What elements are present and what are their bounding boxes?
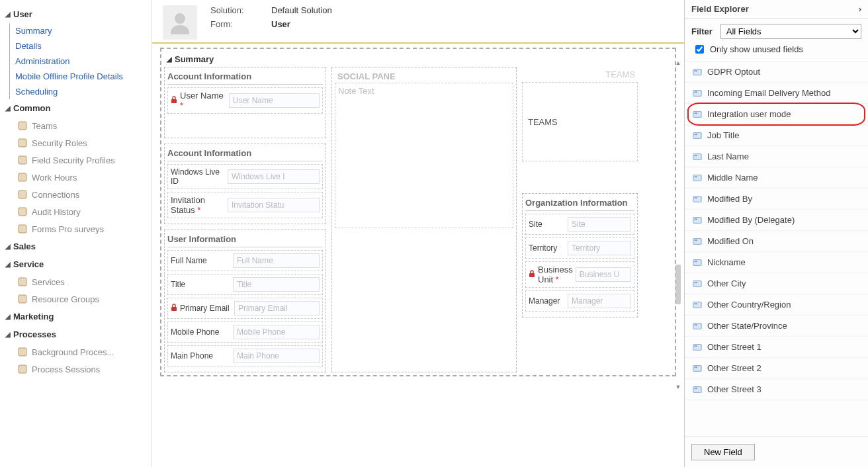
field-item-job-title[interactable]: Job Title	[685, 125, 868, 146]
nav-item-security-roles[interactable]: Security Roles	[0, 134, 152, 151]
primary-email-field[interactable]: Primary Email Primary Email	[167, 298, 323, 319]
title-input[interactable]: Title	[233, 277, 320, 292]
scroll-thumb[interactable]	[675, 265, 681, 304]
site-field[interactable]: Site Site	[525, 214, 634, 235]
unused-checkbox[interactable]	[695, 45, 704, 54]
full-name-label: Full Name	[171, 256, 230, 265]
nav-item-resource-groups[interactable]: Resource Groups	[0, 290, 152, 308]
field-explorer-title: Field Explorer	[691, 4, 749, 14]
entity-nav-mobile-offline-profile-details[interactable]: Mobile Offline Profile Details	[10, 69, 152, 84]
field-item-modified-by-delegate-[interactable]: Modified By (Delegate)	[685, 210, 868, 231]
collapse-icon[interactable]: ◢	[5, 243, 11, 250]
user-info-block[interactable]: User Information Full Name Full Name Tit…	[164, 230, 326, 372]
entity-nav-details[interactable]: Details	[10, 38, 152, 54]
new-field-button[interactable]: New Field	[691, 444, 755, 460]
field-item-nickname[interactable]: Nickname	[685, 252, 868, 273]
field-list[interactable]: GDPR OptoutIncoming Email Delivery Metho…	[685, 61, 868, 437]
scroll-down-icon[interactable]: ▼	[675, 384, 681, 390]
field-item-other-state-province[interactable]: Other State/Province	[685, 316, 868, 337]
user-name-input[interactable]: User Name	[229, 93, 320, 108]
nav-item-teams[interactable]: Teams	[0, 117, 152, 134]
entity-nav-scheduling[interactable]: Scheduling	[10, 84, 152, 99]
nav-section-service[interactable]: ◢Service	[0, 255, 152, 273]
teams-box[interactable]: TEAMS	[522, 82, 638, 161]
scrollbar[interactable]: ▲ ▼	[675, 60, 681, 390]
chevron-right-icon[interactable]: ›	[859, 4, 861, 14]
field-icon	[693, 67, 702, 77]
collapse-icon[interactable]: ◢	[5, 105, 11, 112]
field-item-integration-user-mode[interactable]: Integration user mode	[685, 104, 868, 125]
nav-item-services[interactable]: Services	[0, 273, 152, 290]
windows-live-input[interactable]: Windows Live I	[228, 169, 320, 184]
invitation-field[interactable]: Invitation Status * Invitation Statu	[167, 192, 323, 218]
teams-column[interactable]: TEAMS TEAMS Organization Information Sit…	[522, 67, 638, 318]
nav-item-background-proces-[interactable]: Background Proces...	[0, 343, 152, 361]
territory-field[interactable]: Territory Territory	[525, 237, 634, 259]
field-icon	[693, 216, 702, 225]
manager-field[interactable]: Manager Manager	[525, 290, 634, 312]
field-item-gdpr-optout[interactable]: GDPR Optout	[685, 62, 868, 83]
territory-label: Territory	[529, 243, 565, 253]
account-info-block-1[interactable]: Account Information User Name * User Nam…	[164, 67, 326, 138]
mobile-phone-input[interactable]: Mobile Phone	[233, 325, 320, 339]
user-name-field[interactable]: User Name * User Name	[167, 87, 323, 114]
field-item-other-city[interactable]: Other City	[685, 273, 868, 294]
business-unit-field[interactable]: Business Unit * Business U	[525, 261, 634, 288]
windows-live-field[interactable]: Windows Live ID Windows Live I	[167, 164, 323, 189]
collapse-icon[interactable]: ◢	[5, 261, 11, 268]
field-item-modified-on[interactable]: Modified On	[685, 231, 868, 252]
entity-nav-summary[interactable]: Summary	[10, 23, 152, 38]
nav-item-icon	[17, 189, 28, 200]
manager-input[interactable]: Manager	[568, 294, 631, 308]
solution-label: Solution:	[210, 5, 271, 15]
field-item-other-street-[interactable]: Other Street 1	[685, 337, 868, 358]
business-unit-input[interactable]: Business U	[576, 267, 631, 282]
main-phone-input[interactable]: Main Phone	[233, 349, 320, 363]
nav-item-icon	[17, 172, 28, 183]
scroll-up-icon[interactable]: ▲	[675, 60, 681, 66]
mobile-phone-field[interactable]: Mobile Phone Mobile Phone	[167, 321, 323, 343]
main-phone-field[interactable]: Main Phone Main Phone	[167, 345, 323, 366]
lock-icon	[171, 96, 177, 105]
nav-item-icon	[17, 155, 28, 165]
avatar	[163, 5, 197, 40]
nav-section-processes[interactable]: ◢Processes	[0, 325, 152, 343]
summary-section[interactable]: ◢ Summary Account Information User Name …	[160, 48, 676, 376]
field-item-last-name[interactable]: Last Name	[685, 146, 868, 167]
territory-input[interactable]: Territory	[568, 241, 631, 255]
field-item-incoming-email-delivery-method[interactable]: Incoming Email Delivery Method	[685, 83, 868, 104]
lock-icon	[171, 304, 177, 313]
nav-section-common[interactable]: ◢Common	[0, 99, 152, 117]
primary-email-input[interactable]: Primary Email	[234, 301, 320, 316]
collapse-icon[interactable]: ◢	[167, 56, 172, 63]
field-item-other-country-region[interactable]: Other Country/Region	[685, 294, 868, 316]
invitation-input[interactable]: Invitation Statu	[228, 198, 320, 212]
field-item-other-street-[interactable]: Other Street 2	[685, 358, 868, 379]
nav-item-connections[interactable]: Connections	[0, 186, 152, 203]
nav-item-forms-pro-surveys[interactable]: Forms Pro surveys	[0, 220, 152, 237]
full-name-input[interactable]: Full Name	[233, 253, 320, 268]
field-item-middle-name[interactable]: Middle Name	[685, 167, 868, 189]
social-pane-block[interactable]: SOCIAL PANE Note Text	[331, 67, 517, 372]
entity-nav-administration[interactable]: Administration	[10, 54, 152, 69]
collapse-icon[interactable]: ◢	[5, 11, 11, 18]
org-info-block[interactable]: Organization Information Site Site Terri…	[522, 193, 638, 318]
field-icon	[693, 343, 702, 352]
site-input[interactable]: Site	[568, 217, 631, 232]
nav-item-work-hours[interactable]: Work Hours	[0, 169, 152, 186]
filter-select[interactable]: All Fields	[720, 24, 861, 39]
collapse-icon[interactable]: ◢	[5, 331, 11, 338]
nav-section-sales[interactable]: ◢Sales	[0, 237, 152, 255]
collapse-icon[interactable]: ◢	[5, 313, 11, 320]
nav-section-marketing[interactable]: ◢Marketing	[0, 308, 152, 325]
nav-item-audit-history[interactable]: Audit History	[0, 203, 152, 220]
title-field[interactable]: Title Title	[167, 274, 323, 295]
full-name-field[interactable]: Full Name Full Name	[167, 250, 323, 271]
account-info-block-2[interactable]: Account Information Windows Live ID Wind…	[164, 144, 326, 224]
note-text-area[interactable]: Note Text	[335, 83, 513, 228]
field-item-modified-by[interactable]: Modified By	[685, 189, 868, 210]
field-icon	[693, 321, 702, 331]
field-item-other-street-[interactable]: Other Street 3	[685, 379, 868, 400]
nav-item-field-security-profiles[interactable]: Field Security Profiles	[0, 151, 152, 169]
nav-item-process-sessions[interactable]: Process Sessions	[0, 361, 152, 378]
